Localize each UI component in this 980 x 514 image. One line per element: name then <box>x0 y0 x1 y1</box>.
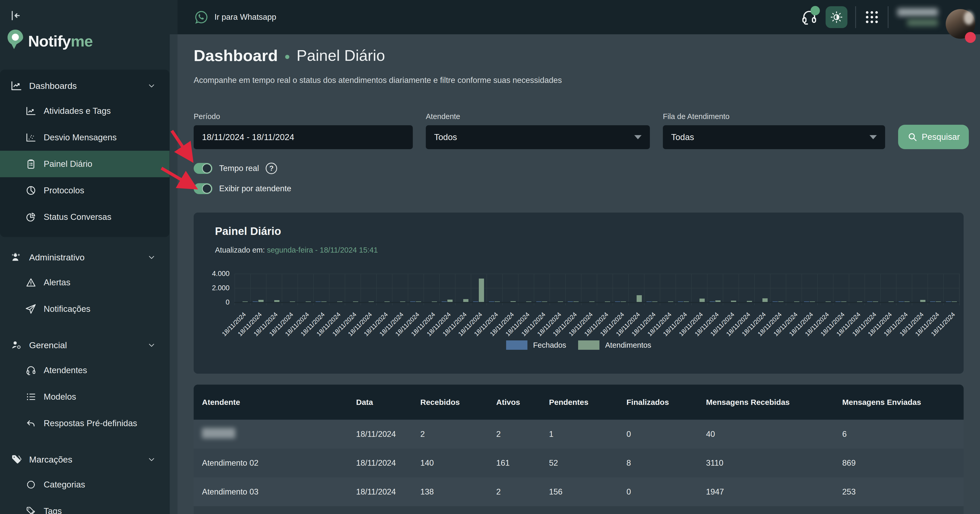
theme-toggle-button[interactable] <box>826 6 848 28</box>
topbar-divider <box>855 6 856 28</box>
table-row[interactable]: Atendimento 0218/11/20241401615283110869 <box>194 449 964 478</box>
sidebar-item-tags[interactable]: Tags <box>0 498 170 514</box>
users-gear-icon <box>10 339 22 351</box>
sidebar-group-dashboards: DashboardsAtividades e TagsDesvio Mensag… <box>0 70 170 237</box>
sidebar-group-header-gerencial[interactable]: Gerencial <box>0 333 170 357</box>
cell-ativos: 2 <box>496 487 549 497</box>
user-name-blurred <box>896 8 938 26</box>
reply-icon <box>25 418 37 429</box>
pie-chart-2-icon <box>25 211 37 222</box>
sidebar-group-header-administrativo[interactable]: Administrativo <box>0 245 170 269</box>
search-button[interactable]: Pesquisar <box>898 125 969 149</box>
annotation-arrows <box>157 128 204 201</box>
cell-data: 18/11/2024 <box>356 458 420 468</box>
apps-grid-icon[interactable] <box>864 9 880 25</box>
column-header-finalizados: Finalizados <box>627 398 706 407</box>
sidebar-group-marcacoes: MarcaçõesCategoriasTags <box>0 446 170 514</box>
help-icon[interactable]: ? <box>266 163 277 174</box>
column-header-ativos: Ativos <box>496 398 549 407</box>
sidebar-item-alertas[interactable]: Alertas <box>0 269 170 296</box>
column-header-mensagens-enviadas: Mensagens Enviadas <box>842 398 964 407</box>
users-icon <box>10 251 22 263</box>
cell-pendentes: 156 <box>549 487 627 497</box>
sidebar-item-protocolos[interactable]: Protocolos <box>0 177 170 204</box>
avatar-status-dot <box>965 32 976 43</box>
table-row-partial <box>194 506 964 514</box>
chevron-down-icon <box>870 135 877 139</box>
legend-item-fechados: Fechados <box>506 340 566 350</box>
bar-atendimentos <box>762 298 768 302</box>
cell-atendente: Atendimento 02 <box>194 458 356 468</box>
chevron-down-icon <box>634 135 641 139</box>
exibir-por-atendente-label: Exibir por atendente <box>219 184 291 194</box>
sidebar-scrollbar[interactable] <box>170 34 178 514</box>
chevron-down-icon <box>147 341 156 349</box>
title-separator-dot <box>285 55 290 59</box>
sidebar-item-atividades-e-tags[interactable]: Atividades e Tags <box>0 98 170 124</box>
sidebar-item-categorias[interactable]: Categorias <box>0 471 170 498</box>
tempo-real-label: Tempo real <box>219 164 259 173</box>
chart-baseline <box>234 302 959 303</box>
sidebar-item-painel-diario[interactable]: Painel Diário <box>0 151 170 177</box>
legend-swatch-atendimentos <box>578 340 600 350</box>
periodo-input[interactable]: 18/11/2024 - 18/11/2024 <box>194 125 413 149</box>
list-icon <box>25 391 37 402</box>
support-headset-button[interactable] <box>801 9 818 26</box>
legend-item-atendimentos: Atendimentos <box>578 340 651 350</box>
cell-mensagens-recebidas: 3110 <box>706 458 842 468</box>
sidebar-group-header-marcacoes[interactable]: Marcações <box>0 447 170 471</box>
legend-swatch-fechados <box>506 340 527 350</box>
cell-recebidos: 140 <box>420 458 496 468</box>
sidebar-item-atendentes[interactable]: Atendentes <box>0 357 170 384</box>
cell-finalizados: 0 <box>627 430 706 439</box>
column-header-pendentes: Pendentes <box>549 398 627 407</box>
column-header-data: Data <box>356 398 420 407</box>
whatsapp-icon <box>194 10 209 25</box>
fila-select[interactable]: Todas <box>663 125 885 149</box>
cell-ativos: 2 <box>496 430 549 439</box>
sidebar-item-desvio-mensagens[interactable]: Desvio Mensagens <box>0 124 170 151</box>
attendants-table: AtendenteDataRecebidosAtivosPendentesFin… <box>194 385 964 514</box>
collapse-sidebar-icon[interactable] <box>10 10 22 22</box>
brightness-icon <box>830 10 843 24</box>
table-row[interactable]: 18/11/20242210406 <box>194 420 964 449</box>
periodo-label: Período <box>194 112 413 121</box>
tag-icon <box>10 454 22 465</box>
sidebar-item-label: Notificações <box>44 304 91 314</box>
sidebar-item-notificacoes[interactable]: Notificações <box>0 296 170 322</box>
y-tick-2000: 2.000 <box>204 284 229 292</box>
cell-mensagens-recebidas: 40 <box>706 430 842 439</box>
sidebar-item-respostas-pre-definidas[interactable]: Respostas Pré-definidas <box>0 410 170 436</box>
cell-ativos: 161 <box>496 458 549 468</box>
headset-icon <box>25 365 37 376</box>
cell-pendentes: 52 <box>549 458 627 468</box>
sidebar-group-label: Dashboards <box>29 81 77 91</box>
table-row[interactable]: Atendimento 0318/11/2024138215601947253 <box>194 478 964 506</box>
chart-xlabels: 18/11/202418/11/202418/11/202418/11/2024… <box>234 307 959 340</box>
sidebar-item-status-conversas[interactable]: Status Conversas <box>0 204 170 230</box>
sidebar-group-header-dashboards[interactable]: Dashboards <box>0 74 170 98</box>
whatsapp-label: Ir para Whatsapp <box>215 13 276 22</box>
chevron-down-icon <box>147 253 156 262</box>
chevron-down-icon <box>147 81 156 90</box>
table-header-row: AtendenteDataRecebidosAtivosPendentesFin… <box>194 385 964 420</box>
atendente-select[interactable]: Todos <box>426 125 650 149</box>
bar-atendimentos <box>479 279 484 302</box>
cell-data: 18/11/2024 <box>356 430 420 439</box>
page-description: Acompanhe em tempo real o status dos ate… <box>194 76 562 85</box>
logo[interactable]: Notifyme <box>7 29 93 53</box>
sidebar-item-label: Modelos <box>44 392 76 402</box>
column-header-atendente: Atendente <box>194 398 356 407</box>
sidebar-group-label: Marcações <box>29 454 72 465</box>
cell-mensagens-enviadas: 253 <box>842 487 964 497</box>
cell-mensagens-enviadas: 869 <box>842 458 964 468</box>
sidebar-item-modelos[interactable]: Modelos <box>0 384 170 410</box>
sidebar-item-label: Atividades e Tags <box>44 106 111 116</box>
scatter-chart-icon <box>25 132 37 143</box>
whatsapp-link[interactable]: Ir para Whatsapp <box>194 10 276 25</box>
filter-atendente: Atendente Todos <box>426 112 650 149</box>
filter-fila: Fila de Atendimento Todas <box>663 112 885 149</box>
sidebar-nav: DashboardsAtividades e TagsDesvio Mensag… <box>0 70 178 514</box>
avatar[interactable] <box>946 9 975 39</box>
sidebar-item-label: Alertas <box>44 278 70 287</box>
